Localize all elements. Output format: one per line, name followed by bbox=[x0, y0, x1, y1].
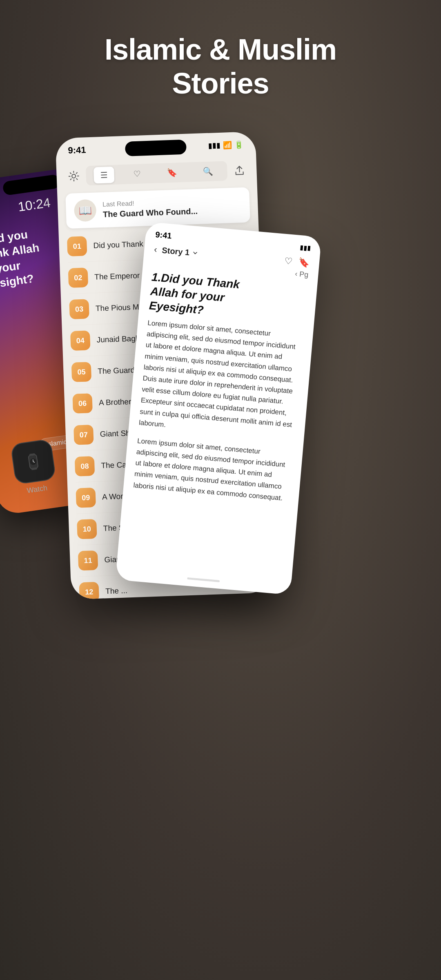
tab-search[interactable]: 🔍 bbox=[196, 163, 220, 180]
story-num-9: 09 bbox=[76, 488, 96, 508]
reading-bookmark-icon[interactable]: 🔖 bbox=[298, 257, 310, 268]
story-num-4: 04 bbox=[70, 330, 91, 351]
watch-icon bbox=[22, 450, 45, 473]
story-num-5: 05 bbox=[71, 362, 92, 382]
share-button[interactable] bbox=[230, 161, 249, 180]
story-title-12: The ... bbox=[105, 586, 128, 596]
reading-heart-icon[interactable]: ♡ bbox=[284, 256, 293, 267]
tab-bookmarks[interactable]: 🔖 bbox=[160, 164, 184, 181]
reading-actions: ♡ 🔖 bbox=[284, 256, 310, 268]
reading-time: 9:41 bbox=[155, 230, 172, 241]
page-title: Islamic & Muslim Stories bbox=[0, 33, 441, 100]
tab-favorites[interactable]: ♡ bbox=[127, 165, 147, 183]
last-read-icon: 📖 bbox=[74, 199, 97, 222]
story-num-12: 12 bbox=[79, 582, 99, 599]
back-phone-story-text: 1. Did youThank Allahfor yourEyesight? bbox=[0, 226, 45, 294]
app-toolbar: ☰ ♡ 🔖 🔍 bbox=[56, 160, 257, 187]
story-num-8: 08 bbox=[75, 456, 95, 477]
status-icons: ▮▮▮ 📶 🔋 bbox=[208, 140, 244, 150]
story-num-1: 01 bbox=[67, 236, 87, 256]
signal-icon: ▮▮▮ bbox=[208, 141, 221, 150]
story-num-2: 02 bbox=[68, 267, 89, 288]
wifi-icon: 📶 bbox=[223, 140, 232, 150]
watch-area: Watch bbox=[10, 439, 58, 497]
last-read-info: Last Read! The Guard Who Found... bbox=[102, 196, 242, 219]
reading-story-title: Story 1 bbox=[162, 245, 199, 258]
share-icon bbox=[234, 165, 245, 176]
last-read-card[interactable]: 📖 Last Read! The Guard Who Found... bbox=[65, 187, 250, 229]
story-num-3: 03 bbox=[69, 299, 89, 319]
story-num-11: 11 bbox=[78, 550, 98, 571]
back-phone-notch bbox=[2, 174, 60, 196]
battery-icon: 🔋 bbox=[234, 140, 244, 149]
reading-body-paragraph-1: Lorem ipsum dolor sit amet, consectetur … bbox=[138, 317, 303, 441]
reading-content: 1.Did you ThankAllah for yourEyesight? L… bbox=[122, 267, 318, 521]
gear-button[interactable] bbox=[65, 167, 83, 186]
main-phone-notch bbox=[125, 140, 187, 156]
reading-scroll-indicator bbox=[187, 577, 220, 582]
watch-icon-circle bbox=[10, 439, 56, 485]
tab-list[interactable]: ☰ bbox=[94, 167, 114, 184]
reading-panel: 9:41 ▮▮▮ ‹ Story 1 ♡ 🔖 ‹ Pg 1.Did you Th… bbox=[115, 222, 321, 595]
story-num-10: 10 bbox=[77, 519, 97, 539]
story-num-7: 07 bbox=[74, 425, 94, 445]
svg-point-6 bbox=[72, 174, 76, 178]
gear-icon bbox=[68, 170, 80, 182]
chevron-down-icon bbox=[192, 249, 198, 256]
status-time: 9:41 bbox=[68, 145, 86, 156]
reading-back-button[interactable]: ‹ bbox=[154, 244, 158, 255]
story-num-6: 06 bbox=[72, 393, 93, 414]
reading-signal-icon: ▮▮▮ bbox=[299, 243, 311, 252]
toolbar-tabs: ☰ ♡ 🔖 🔍 bbox=[86, 161, 227, 185]
reading-body-paragraph-2: Lorem ipsum dolor sit amet, consectetur … bbox=[133, 435, 293, 504]
watch-label: Watch bbox=[16, 482, 58, 497]
